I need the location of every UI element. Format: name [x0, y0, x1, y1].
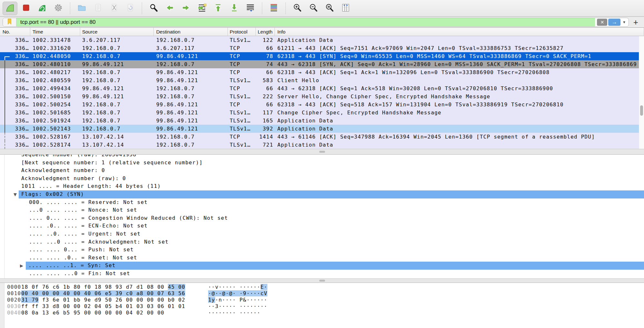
expander-open-icon[interactable]: ▼ — [14, 191, 17, 199]
packet-row[interactable]: 336…1002.49943499.86.49.121192.168.0.7TC… — [0, 84, 644, 92]
splitter-handle[interactable] — [319, 151, 325, 153]
auto-scroll-button[interactable] — [243, 2, 258, 15]
cell-len: 721 — [256, 141, 275, 149]
ascii-bytes[interactable]: ··3····· ········ — [208, 303, 267, 310]
column-header-proto[interactable]: Protocol — [228, 28, 256, 36]
hex-bytes-highlight[interactable]: 31 79 — [21, 297, 39, 303]
filter-add-button[interactable]: + — [629, 18, 641, 26]
ascii-highlight[interactable]: 1y — [208, 297, 215, 303]
ascii-segment[interactable]: ··3····· ········ — [208, 303, 267, 309]
packet-row[interactable]: 336…1002.501924192.168.0.799.86.49.121TL… — [0, 117, 644, 125]
go-to-packet-button[interactable] — [195, 2, 209, 15]
packet-row[interactable]: 336…1002.501685192.168.0.799.86.49.121TL… — [0, 109, 644, 117]
close-file-button[interactable] — [107, 2, 121, 15]
detail-line[interactable]: 1011 .... = Header Length: 44 bytes (11) — [0, 182, 644, 190]
detail-line[interactable]: 000. .... .... = Reserved: Not set — [0, 198, 644, 207]
details-bytes-splitter[interactable] — [0, 278, 644, 283]
detail-line[interactable]: .... .... 0... = Push: Not set — [0, 246, 644, 254]
go-first-packet-button[interactable] — [211, 2, 226, 15]
list-details-splitter[interactable] — [0, 149, 644, 155]
detail-line[interactable]: .... .0.. .... = ECN-Echo: Not set — [0, 222, 644, 230]
ascii-highlight[interactable]: E· — [261, 284, 268, 290]
detail-line[interactable]: ▼Flags: 0x002 (SYN) — [0, 190, 644, 198]
packet-list-scrollbar[interactable] — [639, 36, 644, 149]
hex-bytes[interactable]: 18 0f 76 c6 1b 80 f0 18 98 93 d7 d1 08 0… — [21, 284, 185, 290]
hex-bytes-segment[interactable]: ff ff 33 d8 00 00 02 04 05 b4 01 03 03 0… — [21, 303, 185, 309]
packet-row[interactable]: 336…1002.448050192.168.0.799.86.49.121TC… — [0, 52, 644, 60]
column-header-len[interactable]: Length — [256, 28, 275, 36]
column-header-src[interactable]: Source — [80, 28, 154, 36]
zoom-out-button[interactable] — [306, 2, 321, 15]
hex-bytes[interactable]: 31 79 f3 6e 01 bb 9e d9 50 26 00 00 00 0… — [21, 297, 185, 303]
packet-row[interactable]: 336…1002.3314783.6.207.117192.168.0.7TLS… — [0, 36, 644, 44]
hex-bytes[interactable]: 00 40 00 00 40 00 40 06 e5 39 c0 a8 00 0… — [21, 290, 185, 297]
hex-bytes-highlight[interactable]: 45 00 — [168, 284, 185, 290]
hex-bytes-segment[interactable]: 18 0f 76 c6 1b 80 f0 18 98 93 d7 d1 08 0… — [21, 284, 168, 290]
hex-bytes[interactable]: ff ff 33 d8 00 00 02 04 05 b4 01 03 03 0… — [21, 303, 185, 310]
detail-line[interactable]: Acknowledgment number (raw): 0 — [0, 175, 644, 183]
cell-proto: TLSv1… — [228, 117, 256, 125]
zoom-in-button[interactable] — [290, 2, 305, 15]
ascii-bytes[interactable]: ··v····· ······E· — [208, 284, 267, 290]
go-last-packet-button[interactable] — [227, 2, 242, 15]
detail-line[interactable]: ▶.... .... ..1. = Syn: Set — [0, 262, 644, 270]
detail-line[interactable]: [Next sequence number: 1 (relative seque… — [0, 159, 644, 167]
colorize-packets-button[interactable] — [266, 2, 281, 15]
filter-apply-button[interactable]: → — [608, 19, 620, 26]
resize-columns-button[interactable] — [338, 2, 353, 15]
display-filter-input[interactable] — [16, 18, 595, 26]
detail-line[interactable]: .... ...0 .... = Acknowledgment: Not set — [0, 238, 644, 246]
detail-line[interactable]: .... ..0. .... = Urgent: Not set — [0, 230, 644, 238]
ascii-bytes[interactable]: 1y·n···· P&······ — [208, 297, 267, 303]
column-header-no[interactable]: No. — [0, 28, 30, 36]
cell-proto: TLSv1… — [228, 92, 256, 101]
packet-row[interactable]: 336…1002.331620192.168.0.73.6.207.117TCP… — [0, 44, 644, 52]
detail-line[interactable]: .... .... ...0 = Fin: Not set — [0, 270, 644, 278]
splitter-handle[interactable] — [319, 280, 325, 282]
ascii-segment[interactable]: ··v····· ······ — [208, 284, 261, 290]
column-header-time[interactable]: Time — [30, 28, 80, 36]
hex-bytes-segment[interactable]: 08 0a 13 e6 b5 95 00 00 00 00 04 02 00 0… — [21, 310, 164, 316]
open-file-button[interactable] — [74, 2, 89, 15]
go-forward-button[interactable] — [178, 2, 193, 15]
detail-line[interactable]: Acknowledgment number: 0 — [0, 167, 644, 175]
ascii-highlight[interactable]: ·@··@·@· ·9····cV — [208, 290, 267, 296]
detail-line[interactable]: .... 0... .... = Congestion Window Reduc… — [0, 214, 644, 222]
hex-bytes[interactable]: 08 0a 13 e6 b5 95 00 00 00 00 04 02 00 0… — [21, 310, 164, 316]
cell-no: 336… — [0, 60, 30, 68]
ascii-bytes[interactable]: ········ ······ — [208, 310, 261, 316]
column-header-dst[interactable]: Destination — [154, 28, 228, 36]
ascii-segment[interactable]: ········ ······ — [208, 310, 261, 316]
filter-dropdown-button[interactable]: ▾ — [620, 20, 629, 24]
capture-options-button[interactable] — [51, 2, 66, 15]
hex-bytes-segment[interactable]: f3 6e 01 bb 9e d9 50 26 00 00 00 00 b0 0… — [39, 297, 185, 303]
reload-file-button[interactable] — [123, 2, 138, 15]
packet-row[interactable]: 336…1002.52817413.107.42.14192.168.0.7TL… — [0, 141, 644, 149]
column-header-info[interactable]: Info — [275, 28, 644, 36]
find-packet-button[interactable] — [146, 2, 161, 15]
cell-dst: 192.168.0.7 — [154, 133, 228, 141]
detail-line[interactable]: Sequence number (raw): 2665041958 — [0, 155, 644, 159]
stop-capture-button[interactable] — [19, 2, 34, 15]
filter-clear-button[interactable]: ✕ — [597, 19, 607, 26]
packet-row[interactable]: 336…1002.500254192.168.0.799.86.49.121TC… — [0, 101, 644, 109]
packet-row[interactable]: 336…1002.480559192.168.0.799.86.49.121TL… — [0, 76, 644, 84]
go-back-button[interactable] — [162, 2, 177, 15]
zoom-reset-button[interactable] — [322, 2, 337, 15]
packet-row[interactable]: 336…1002.502143192.168.0.799.86.49.121TL… — [0, 125, 644, 133]
restart-capture-button[interactable] — [35, 2, 50, 15]
packet-row[interactable]: 336…1002.52816713.107.42.14192.168.0.7TC… — [0, 133, 644, 141]
hex-bytes-highlight[interactable]: 00 40 00 00 40 00 40 06 e5 39 c0 a8 00 0… — [21, 290, 185, 296]
ascii-bytes[interactable]: ·@··@·@· ·9····cV — [208, 290, 267, 297]
scrollbar-thumb[interactable] — [640, 105, 643, 116]
packet-row[interactable]: 336…1002.480217192.168.0.799.86.49.121TC… — [0, 68, 644, 76]
ascii-segment[interactable]: ·n···· P&······ — [215, 297, 268, 303]
start-capture-button[interactable] — [3, 2, 17, 15]
save-file-button[interactable] — [91, 2, 105, 15]
expander-closed-icon[interactable]: ▶ — [20, 262, 23, 270]
detail-line[interactable]: ...0 .... .... = Nonce: Not set — [0, 206, 644, 214]
detail-line[interactable]: .... .... .0.. = Reset: Not set — [0, 254, 644, 262]
filter-bookmark-button[interactable] — [3, 18, 16, 26]
packet-row[interactable]: 336…1002.48011099.86.49.121192.168.0.7TC… — [0, 60, 644, 68]
packet-row[interactable]: 336…1002.50015099.86.49.121192.168.0.7TL… — [0, 92, 644, 101]
